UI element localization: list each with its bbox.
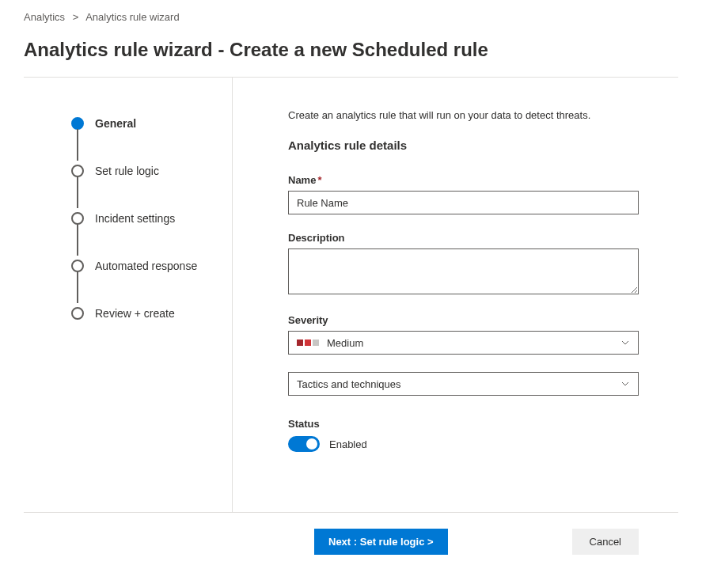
page-title: Analytics rule wizard - Create a new Sch… xyxy=(24,39,678,61)
step-dot-icon xyxy=(71,165,84,177)
step-label: Review + create xyxy=(95,307,175,320)
chevron-down-icon xyxy=(620,338,630,347)
breadcrumb-parent[interactable]: Analytics xyxy=(24,11,65,23)
name-label: Name* xyxy=(288,174,639,186)
step-dot-icon xyxy=(71,212,84,225)
status-toggle[interactable] xyxy=(288,436,320,452)
severity-value: Medium xyxy=(327,337,363,349)
tactics-placeholder: Tactics and techniques xyxy=(297,378,401,390)
step-dot-icon xyxy=(71,260,84,272)
main-content: Create an analytics rule that will run o… xyxy=(233,78,678,512)
step-label: Automated response xyxy=(95,260,197,272)
section-title: Analytics rule details xyxy=(288,138,639,152)
required-asterisk-icon: * xyxy=(317,174,321,186)
severity-label: Severity xyxy=(288,314,639,326)
step-set-rule-logic[interactable]: Set rule logic xyxy=(71,161,216,180)
step-dot-icon xyxy=(71,117,84,130)
toggle-knob-icon xyxy=(306,438,317,450)
breadcrumb: Analytics > Analytics rule wizard xyxy=(24,11,678,23)
description-textarea[interactable] xyxy=(288,248,639,294)
step-incident-settings[interactable]: Incident settings xyxy=(71,209,216,228)
footer: Next : Set rule logic > Cancel xyxy=(24,512,678,571)
description-label: Description xyxy=(288,232,639,244)
step-label: Incident settings xyxy=(95,212,175,225)
step-label: Set rule logic xyxy=(95,165,159,177)
step-label: General xyxy=(95,117,136,130)
tactics-dropdown[interactable]: Tactics and techniques xyxy=(288,372,639,396)
step-automated-response[interactable]: Automated response xyxy=(71,256,216,275)
status-label: Status xyxy=(288,418,639,430)
step-review-create[interactable]: Review + create xyxy=(71,304,216,323)
severity-dropdown[interactable]: Medium xyxy=(288,331,639,355)
next-button[interactable]: Next : Set rule logic > xyxy=(314,529,448,555)
wizard-sidebar: General Set rule logic Incident settings… xyxy=(24,78,233,512)
chevron-right-icon: > xyxy=(73,11,79,23)
status-value-label: Enabled xyxy=(329,438,367,450)
step-dot-icon xyxy=(71,307,84,320)
intro-text: Create an analytics rule that will run o… xyxy=(288,109,639,121)
severity-bars-icon xyxy=(297,340,319,346)
breadcrumb-current: Analytics rule wizard xyxy=(85,11,180,23)
cancel-button[interactable]: Cancel xyxy=(572,529,639,555)
step-general[interactable]: General xyxy=(71,114,216,133)
name-input[interactable] xyxy=(288,191,639,214)
chevron-down-icon xyxy=(620,379,630,389)
